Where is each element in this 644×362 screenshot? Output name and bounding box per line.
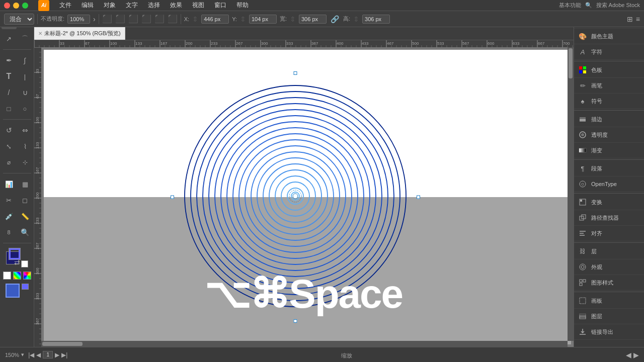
panel-item-layers[interactable]: 图层: [574, 309, 644, 324]
page-input[interactable]: [43, 351, 53, 358]
chart-tool[interactable]: 📊: [2, 176, 17, 192]
gradient-fill-btn[interactable]: [13, 272, 21, 280]
panel-item-graphic-styles[interactable]: 图形样式: [574, 275, 644, 291]
panel-item-align[interactable]: 对齐: [574, 226, 644, 241]
menu-edit[interactable]: 编辑: [82, 1, 94, 10]
panel-item-transparency[interactable]: 透明度: [574, 127, 644, 143]
fill-indicator[interactable]: [6, 284, 20, 298]
stroke-color-swatch[interactable]: [9, 248, 20, 259]
view-toggle-btn[interactable]: ⊞: [627, 15, 633, 23]
panel-item-pathfinder[interactable]: 路径查找器: [574, 210, 644, 226]
page-nav[interactable]: |◀ ◀ ▶ ▶|: [28, 351, 67, 358]
nav-back-btn[interactable]: ◀: [626, 351, 631, 359]
panel-item-symbols[interactable]: ♠ 符号: [574, 94, 644, 109]
align-right-btn[interactable]: ⬛: [128, 14, 138, 24]
menu-window[interactable]: 窗口: [214, 1, 226, 10]
panel-item-paragraph[interactable]: ¶ 段落: [574, 161, 644, 176]
panel-item-appearance[interactable]: 外观: [574, 259, 644, 275]
line-tool[interactable]: /: [2, 85, 17, 100]
panel-item-character[interactable]: A 字符: [574, 44, 644, 60]
pen-tool[interactable]: ✒: [2, 53, 17, 68]
scrollbar-thumb-h[interactable]: [42, 342, 83, 346]
menu-help[interactable]: 帮助: [236, 1, 249, 10]
horizontal-scrollbar[interactable]: [41, 341, 568, 347]
menu-view[interactable]: 视图: [192, 1, 204, 10]
align-left-btn[interactable]: ⬛: [102, 14, 112, 24]
selection-handle-top[interactable]: [294, 71, 297, 75]
scrollbar-thumb-v[interactable]: [569, 48, 573, 78]
selection-handle-right[interactable]: [417, 196, 420, 199]
panel-item-stroke[interactable]: 描边: [574, 112, 644, 127]
panel-item-opentype[interactable]: O OpenType: [574, 176, 644, 192]
panel-item-transform[interactable]: 变换: [574, 195, 644, 210]
h-input[interactable]: [362, 15, 390, 24]
zoom-control[interactable]: 150% ▾: [5, 351, 24, 358]
width-tool[interactable]: ⌀: [2, 155, 17, 170]
opacity-input[interactable]: [67, 15, 90, 24]
menu-select[interactable]: 选择: [148, 1, 160, 10]
align-bottom-btn[interactable]: ⬛: [168, 14, 178, 24]
reflect-tool[interactable]: ⇔: [18, 123, 33, 138]
first-page-btn[interactable]: |◀: [28, 351, 34, 358]
rotate-tool[interactable]: ↺: [2, 123, 17, 138]
adobe-stock-search[interactable]: 搜索 Adobe Stock: [596, 2, 640, 9]
vertical-scrollbar[interactable]: [568, 47, 574, 341]
zoom-dropdown-btn[interactable]: ▾: [21, 351, 24, 358]
panel-item-links[interactable]: ⛓ 层: [574, 244, 644, 259]
bar-chart-tool[interactable]: ▦: [18, 176, 33, 192]
pattern-fill-btn[interactable]: [23, 272, 31, 280]
x-input[interactable]: [201, 15, 229, 24]
default-colors-btn[interactable]: [21, 260, 28, 267]
align-center-v-btn[interactable]: ⬛: [154, 14, 165, 24]
panel-item-swatches[interactable]: 色板: [574, 62, 644, 78]
rect-tool[interactable]: □: [2, 101, 17, 116]
traffic-light-green[interactable]: [22, 3, 28, 9]
w-input[interactable]: [299, 15, 327, 24]
type-vertical-tool[interactable]: |: [18, 69, 33, 84]
menu-file[interactable]: 文件: [59, 1, 71, 10]
slice-tool[interactable]: ✂: [2, 193, 17, 208]
panel-item-export[interactable]: 链接导出: [574, 324, 644, 340]
panel-item-color-theme[interactable]: 🎨 颜色主题: [574, 29, 644, 44]
blend-mode-select[interactable]: 混合: [4, 14, 34, 25]
blend-tool[interactable]: 8: [2, 225, 17, 240]
next-page-btn[interactable]: ▶: [55, 351, 59, 358]
panel-item-gradient[interactable]: 渐变: [574, 143, 644, 158]
swap-colors-btn[interactable]: ⇄: [14, 258, 20, 266]
more-options-btn[interactable]: ›: [93, 15, 96, 23]
curvature-tool[interactable]: ∫: [18, 53, 33, 68]
align-top-btn[interactable]: ⬛: [141, 14, 151, 24]
nav-forward-btn[interactable]: ▶: [633, 351, 639, 359]
panel-item-artboards[interactable]: 画板: [574, 293, 644, 309]
panel-toggle-btn[interactable]: ≡: [636, 15, 640, 23]
prev-page-btn[interactable]: ◀: [36, 351, 41, 358]
eraser-tool[interactable]: ◻: [18, 193, 33, 208]
warp2-tool[interactable]: ⌇: [18, 139, 33, 154]
eyedropper-tool[interactable]: 💉: [2, 209, 17, 224]
lasso-tool[interactable]: ⌒: [18, 31, 33, 46]
last-page-btn[interactable]: ▶|: [61, 351, 67, 358]
warp-tool[interactable]: ↗: [2, 31, 17, 46]
arc-tool[interactable]: ∪: [18, 85, 33, 100]
align-center-h-btn[interactable]: ⬛: [115, 14, 125, 24]
constrain-proportions-btn[interactable]: 🔗: [331, 15, 339, 23]
panel-item-brushes[interactable]: ✏ 画笔: [574, 78, 644, 94]
type-tool[interactable]: T: [2, 69, 17, 84]
drawing-mode-btn[interactable]: [22, 284, 29, 290]
selection-handle-bottom[interactable]: [294, 319, 297, 323]
ellipse-tool[interactable]: ○: [18, 101, 33, 116]
scale-tool[interactable]: ⤡: [2, 139, 17, 154]
menu-object[interactable]: 对象: [104, 1, 116, 10]
zoom-tool[interactable]: 🔍: [18, 225, 33, 240]
measure-tool[interactable]: 📏: [18, 209, 33, 224]
selection-handle-left[interactable]: [171, 196, 174, 199]
traffic-light-red[interactable]: [4, 3, 10, 9]
close-icon[interactable]: ✕: [38, 31, 42, 36]
free-transform-tool[interactable]: ⊹: [18, 155, 33, 170]
none-fill-btn[interactable]: [3, 272, 11, 280]
search-icon[interactable]: 🔍: [585, 2, 592, 9]
menu-type[interactable]: 文字: [126, 1, 138, 10]
y-input[interactable]: [249, 15, 277, 24]
menu-effect[interactable]: 效果: [170, 1, 182, 10]
traffic-light-yellow[interactable]: [13, 3, 19, 9]
